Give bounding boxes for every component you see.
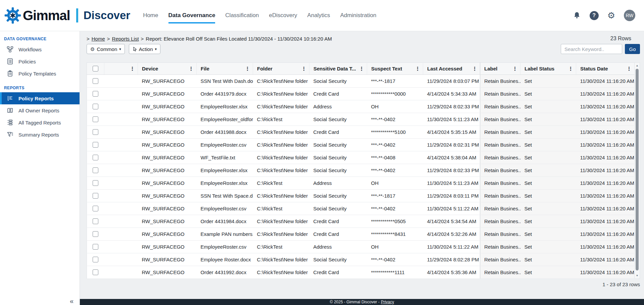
- row-checkbox[interactable]: [93, 206, 98, 211]
- cell-folder: C:\RickTest: [253, 241, 309, 253]
- nav-item-data-governance[interactable]: Data Governance: [168, 0, 215, 31]
- column-menu-kebab-icon[interactable]: ⋮: [301, 66, 306, 72]
- cell-label-status: Set: [521, 228, 576, 241]
- tagged-reports-icon: [7, 119, 13, 126]
- row-checkbox-cell: [87, 190, 104, 202]
- privacy-link[interactable]: Privacy: [381, 300, 394, 304]
- row-checkbox[interactable]: [93, 269, 98, 275]
- column-header-label-status: Label Status⋮: [521, 63, 576, 75]
- cell-device: RW_SURFACEGO: [138, 202, 197, 215]
- row-checkbox-cell: [87, 88, 104, 100]
- column-menu-kebab-icon[interactable]: ⋮: [245, 66, 250, 72]
- search-input[interactable]: [561, 44, 622, 54]
- common-menu-button[interactable]: ⚙ Common ▾: [87, 44, 125, 54]
- breadcrumb-link-home[interactable]: Home: [92, 36, 105, 42]
- sidebar-item-policies[interactable]: Policies: [0, 55, 80, 67]
- sidebar-collapse-button[interactable]: «: [70, 297, 73, 305]
- top-right-icons: ? ⚙ RW: [573, 10, 644, 21]
- cell-suspect-text: ***-**-1817: [367, 75, 423, 88]
- table-row: RW_SURFACEGOOrder 4431984.docxC:\RickTes…: [87, 215, 635, 228]
- row-checkbox[interactable]: [93, 155, 98, 160]
- row-checkbox-cell: [87, 113, 104, 126]
- row-checkbox-cell: [87, 215, 104, 228]
- cell-suspect-text: ************0505: [367, 215, 423, 228]
- row-checkbox[interactable]: [93, 104, 98, 109]
- nav-item-home[interactable]: Home: [143, 0, 158, 31]
- sidebar-item-workflows[interactable]: Workflows: [0, 43, 80, 55]
- cell-last-accessed: 11/29/2024 8:03:07 PM: [423, 75, 480, 88]
- scrollbar-thumb[interactable]: [636, 69, 639, 270]
- app-window: Gimmal Discover Home Data Governance Cla…: [0, 0, 644, 305]
- breadcrumb-sep: >: [107, 36, 110, 42]
- cell-status-date: 11/30/2024 11:16:20 AM: [576, 228, 635, 241]
- cell-suspect-text: OH: [367, 177, 423, 190]
- column-header-status-date: Status Date⋮: [576, 63, 635, 75]
- nav-item-ediscovery[interactable]: eDiscovery: [269, 0, 297, 31]
- scroll-up-icon[interactable]: ▲: [635, 64, 640, 67]
- cell-label: Retain Busines...: [480, 139, 521, 151]
- go-button[interactable]: Go: [625, 44, 640, 54]
- column-menu-kebab-icon[interactable]: ⋮: [627, 66, 632, 72]
- sidebar-item-label: All Owner Reports: [18, 108, 59, 113]
- cell-label-status: Set: [521, 113, 576, 126]
- scroll-down-icon[interactable]: ▼: [635, 274, 640, 277]
- settings-gear-icon[interactable]: ⚙: [607, 11, 615, 20]
- row-checkbox-cell: [87, 126, 104, 139]
- cell-last-accessed: 4/14/2024 5:32:26 AM: [423, 228, 480, 241]
- row-actions-cell: [104, 177, 138, 190]
- column-menu-kebab-icon[interactable]: ⋮: [130, 66, 135, 72]
- sidebar-item-all-tagged-reports[interactable]: All Tagged Reports: [0, 116, 80, 129]
- cell-sensitive-data-type: Social Security: [309, 202, 367, 215]
- cell-label: Retain Busines...: [480, 202, 521, 215]
- table-row: RW_SURFACEGOEmployee Roster.docxC:\RickT…: [87, 253, 635, 266]
- cell-label-status: Set: [521, 75, 576, 88]
- cell-status-date: 11/30/2024 11:16:20 AM: [576, 177, 635, 190]
- sidebar-item-policy-reports[interactable]: Policy Reports: [0, 92, 80, 104]
- row-checkbox[interactable]: [93, 180, 98, 186]
- row-checkbox[interactable]: [93, 218, 98, 224]
- sidebar-item-summary-reports[interactable]: Summary Reports: [0, 129, 80, 141]
- column-menu-kebab-icon[interactable]: ⋮: [472, 66, 477, 72]
- sidebar-item-policy-templates[interactable]: Policy Templates: [0, 67, 80, 80]
- vertical-scrollbar[interactable]: ▲ ▼: [635, 62, 640, 279]
- row-checkbox[interactable]: [93, 142, 98, 148]
- column-menu-kebab-icon[interactable]: ⋮: [415, 66, 420, 72]
- notifications-bell-icon[interactable]: [573, 11, 581, 19]
- cell-file: EmployeeRoster.xlsx: [197, 177, 253, 190]
- row-checkbox-cell: [87, 177, 104, 190]
- row-checkbox[interactable]: [93, 193, 98, 199]
- table-row: RW_SURFACEGOOrder 4431979.docxC:\RickTes…: [87, 88, 635, 100]
- column-menu-kebab-icon[interactable]: ⋮: [189, 66, 194, 72]
- column-header-last-accessed: Last Accessed⋮: [423, 63, 480, 75]
- column-header-device: Device⋮: [138, 63, 197, 75]
- cell-sensitive-data-type: Social Security: [309, 164, 367, 177]
- row-checkbox-cell: [87, 164, 104, 177]
- row-checkbox[interactable]: [93, 91, 98, 97]
- column-menu-kebab-icon[interactable]: ⋮: [359, 66, 364, 72]
- row-checkbox[interactable]: [93, 257, 98, 262]
- sidebar-item-label: Policy Reports: [18, 96, 54, 101]
- cell-device: RW_SURFACEGO: [138, 215, 197, 228]
- cell-last-accessed: 4/14/2024 5:38:04 AM: [423, 151, 480, 164]
- cell-label: Retain Busines...: [480, 190, 521, 202]
- row-checkbox[interactable]: [93, 116, 98, 122]
- nav-item-classification[interactable]: Classification: [225, 0, 259, 31]
- cell-suspect-text: ************5100: [367, 126, 423, 139]
- row-checkbox[interactable]: [93, 231, 98, 237]
- cell-file: SSN Test With Space.d...: [197, 190, 253, 202]
- column-menu-kebab-icon[interactable]: ⋮: [568, 66, 573, 72]
- cell-sensitive-data-type: Credit Card: [309, 88, 367, 100]
- action-menu-button[interactable]: Action ▾: [129, 44, 160, 54]
- help-icon[interactable]: ?: [590, 11, 599, 20]
- row-checkbox[interactable]: [93, 129, 98, 135]
- nav-item-analytics[interactable]: Analytics: [307, 0, 330, 31]
- row-checkbox[interactable]: [93, 167, 98, 173]
- nav-item-administration[interactable]: Administration: [340, 0, 377, 31]
- breadcrumb-link-reports-list[interactable]: Reports List: [112, 36, 139, 42]
- sidebar-item-all-owner-reports[interactable]: All Owner Reports: [0, 104, 80, 116]
- column-menu-kebab-icon[interactable]: ⋮: [512, 66, 517, 72]
- user-avatar[interactable]: RW: [624, 10, 635, 21]
- row-checkbox[interactable]: [93, 78, 98, 84]
- row-checkbox[interactable]: [93, 244, 98, 250]
- select-all-checkbox[interactable]: [93, 66, 98, 71]
